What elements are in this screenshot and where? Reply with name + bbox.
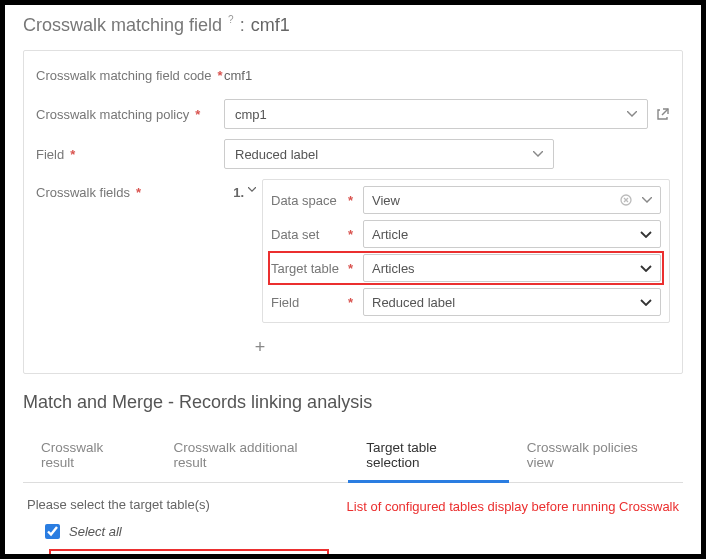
required-marker: * xyxy=(348,295,353,310)
add-icon[interactable]: + xyxy=(248,337,272,358)
required-marker: * xyxy=(195,107,200,122)
select-all-checkbox[interactable] xyxy=(45,524,60,539)
nested-row-target-table: Target table * Articles xyxy=(271,254,661,282)
label-field: Field xyxy=(36,147,64,162)
required-marker: * xyxy=(136,185,141,200)
tab-crosswalk-result[interactable]: Crosswalk result xyxy=(23,430,156,483)
label-nested-field: Field xyxy=(271,295,299,310)
required-marker: * xyxy=(70,147,75,162)
policy-select-value: cmp1 xyxy=(235,107,267,122)
table-item-row: /root/Article (data space 'View', data s… xyxy=(49,549,329,559)
nested-row-dataset: Data set * Article xyxy=(271,220,661,248)
row-add: + xyxy=(36,333,670,361)
nested-row-dataspace: Data space * View xyxy=(271,186,661,214)
dataset-select[interactable]: Article xyxy=(363,220,661,248)
tab-crosswalk-policies-view[interactable]: Crosswalk policies view xyxy=(509,430,683,483)
field-select-value: Reduced label xyxy=(235,147,318,162)
title-separator: : xyxy=(240,15,245,36)
label-code: Crosswalk matching field code xyxy=(36,68,212,83)
cwfields-expand-toggle[interactable] xyxy=(248,179,262,192)
row-policy: Crosswalk matching policy * cmp1 xyxy=(36,99,670,129)
label-cwfields: Crosswalk fields xyxy=(36,185,130,200)
select-all-label: Select all xyxy=(69,524,122,539)
target-value: Articles xyxy=(372,261,634,276)
nested-row-field: Field * Reduced label xyxy=(271,288,661,316)
target-prompt: Please select the target table(s) xyxy=(27,497,329,512)
policy-select[interactable]: cmp1 xyxy=(224,99,648,129)
caret-down-icon xyxy=(627,111,637,117)
page-title: Crosswalk matching field ? : cmf1 xyxy=(23,15,683,36)
caret-down-icon xyxy=(642,197,652,203)
dataspace-select[interactable]: View xyxy=(363,186,661,214)
title-value: cmf1 xyxy=(251,15,290,36)
nested-field-select[interactable]: Reduced label xyxy=(363,288,661,316)
label-policy: Crosswalk matching policy xyxy=(36,107,189,122)
section-heading: Match and Merge - Records linking analys… xyxy=(23,392,683,413)
cwfields-index: 1. xyxy=(224,179,248,200)
nested-field-value: Reduced label xyxy=(372,295,634,310)
chevron-down-icon xyxy=(640,265,652,272)
tab-crosswalk-additional-result[interactable]: Crosswalk additional result xyxy=(156,430,349,483)
row-crosswalk-fields: Crosswalk fields * 1. Data space * View xyxy=(36,179,670,323)
target-table-select[interactable]: Articles xyxy=(363,254,661,282)
chevron-down-icon xyxy=(640,299,652,306)
required-marker: * xyxy=(348,193,353,208)
dataspace-value: View xyxy=(372,193,610,208)
required-marker: * xyxy=(218,68,223,83)
tabs: Crosswalk result Crosswalk additional re… xyxy=(23,429,683,483)
dataset-value: Article xyxy=(372,227,634,242)
title-label: Crosswalk matching field xyxy=(23,15,222,36)
target-table-body: Please select the target table(s) Select… xyxy=(23,497,683,559)
value-code: cmf1 xyxy=(224,68,252,83)
clear-icon[interactable] xyxy=(616,194,636,206)
caret-down-icon xyxy=(533,151,543,157)
label-target: Target table xyxy=(271,261,339,276)
row-code: Crosswalk matching field code * cmf1 xyxy=(36,61,670,89)
form-panel: Crosswalk matching field code * cmf1 Cro… xyxy=(23,50,683,374)
field-select[interactable]: Reduced label xyxy=(224,139,554,169)
chevron-down-icon xyxy=(640,231,652,238)
tab-target-table-selection[interactable]: Target table selection xyxy=(348,430,508,483)
row-field: Field * Reduced label xyxy=(36,139,670,169)
required-marker: * xyxy=(348,227,353,242)
required-marker: * xyxy=(348,261,353,276)
cwfields-panel: Data space * View xyxy=(262,179,670,323)
annotation-text: List of configured tables display before… xyxy=(347,497,679,514)
label-dataset: Data set xyxy=(271,227,319,242)
label-dataspace: Data space xyxy=(271,193,337,208)
external-link-icon[interactable] xyxy=(656,107,670,121)
help-icon[interactable]: ? xyxy=(228,14,234,25)
